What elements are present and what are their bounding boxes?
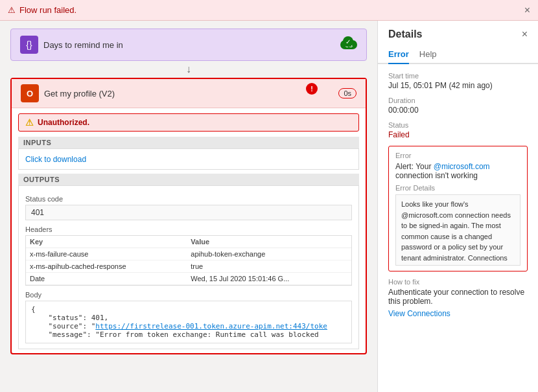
status-value: Failed [388,130,528,139]
unauthorized-label: Unauthorized. [38,118,89,127]
top-bar-message: Flow run failed. [19,5,76,15]
inputs-section: INPUTS Click to download [18,137,359,170]
header-value-cell: Wed, 15 Jul 2020 15:01:46 G... [187,273,351,285]
inputs-title: INPUTS [18,137,359,148]
body-line-1: { [31,305,346,314]
outputs-body: Status code 401 Headers Key Value [18,185,359,349]
body-line-4: "message": "Error from token exchange: R… [31,330,346,339]
office-icon-symbol: O [27,89,33,98]
body-source-link[interactable]: https://firstrelease-001.token.azure-api… [95,322,327,330]
error-details-title: Error Details [395,184,520,192]
body-line-2: "status": 401, [31,314,346,322]
headers-col-key: Key [26,236,187,248]
outputs-title: OUTPUTS [18,174,359,185]
main-content: {} Days to remind me in ✓ 0s ↓ O Get my … [0,21,538,392]
status-code-label: Status code [25,195,352,203]
header-key-cell: x-ms-apihub-cached-response [26,260,187,273]
table-row: x-ms-failure-causeapihub-token-exchange [26,248,351,260]
headers-scroll[interactable]: Key Value x-ms-failure-causeapihub-token… [25,235,352,286]
step-profile[interactable]: O Get my profile (V2) ! 0s ⚠ Unauthorize… [10,78,367,354]
top-bar-message-area: ⚠ Flow run failed. [8,5,76,15]
duration-value: 00:00:00 [388,106,528,115]
header-key-cell: x-ms-failure-cause [26,248,187,260]
step-remind-left: {} Days to remind me in [20,36,123,54]
step-profile-header: O Get my profile (V2) ! 0s [12,79,366,108]
step-profile-duration: 0s [338,88,357,98]
right-panel-header: Details × [378,21,538,45]
error-alert: Alert: Your @microsoft.com connection is… [395,162,520,180]
how-to-fix-label: How to fix [388,278,528,286]
error-badge: ! [306,83,318,95]
headers-label: Headers [25,225,352,233]
status-code-value: 401 [25,205,352,220]
status-label: Status [388,121,528,129]
table-row: DateWed, 15 Jul 2020 15:01:46 G... [26,273,351,285]
tab-help[interactable]: Help [419,45,437,64]
step-remind-icon: {} [20,36,38,54]
start-time-value: Jul 15, 05:01 PM (42 min ago) [388,81,528,90]
step-remind-label: Days to remind me in [43,40,123,50]
error-section-title: Error [395,152,520,159]
header-value-cell: true [187,260,351,273]
error-alert-text: Alert: Your [395,162,431,171]
error-alert-suffix: connection isn't working [395,171,478,180]
step-profile-header-left: O Get my profile (V2) [21,84,115,102]
body-line-3: "source": "https://firstrelease-001.toke… [31,322,346,330]
duration-label: Duration [388,97,528,104]
how-to-fix-text: Authenticate your connection to resolve … [388,288,528,306]
tabs: Error Help [378,45,538,64]
top-bar: ⚠ Flow run failed. × [0,0,538,21]
unauthorized-bar: ⚠ Unauthorized. [18,113,359,132]
status-row: Status Failed [388,121,528,139]
connector-arrow: ↓ [10,63,367,75]
start-time-row: Start time Jul 15, 05:01 PM (42 min ago) [388,72,528,90]
details-content: Start time Jul 15, 05:01 PM (42 min ago)… [378,64,538,392]
error-icon: ⚠ [8,5,16,15]
error-details-box[interactable]: Looks like your flow's @microsoft.com co… [395,194,520,266]
inputs-body: Click to download [18,148,359,170]
header-key-cell: Date [26,273,187,285]
right-panel-title: Details [388,29,422,40]
body-content[interactable]: { "status": 401, "source": "https://firs… [25,301,352,343]
start-time-label: Start time [388,72,528,80]
left-panel: {} Days to remind me in ✓ 0s ↓ O Get my … [0,21,377,392]
tab-error[interactable]: Error [388,45,409,64]
error-section: Error Alert: Your @microsoft.com connect… [388,146,528,271]
header-value-cell: apihub-token-exchange [187,248,351,260]
click-download-link[interactable]: Click to download [25,155,86,164]
table-row: x-ms-apihub-cached-responsetrue [26,260,351,273]
right-panel: Details × Error Help Start time Jul 15, … [377,21,538,392]
how-to-fix-section: How to fix Authenticate your connection … [388,278,528,318]
body-label: Body [25,291,352,299]
success-badge: ✓ [343,36,353,47]
top-bar-close-button[interactable]: × [524,5,530,16]
office-icon: O [21,84,39,102]
headers-table: Key Value x-ms-failure-causeapihub-token… [26,236,351,285]
remind-icon-symbol: {} [26,40,32,50]
duration-row: Duration 00:00:00 [388,97,528,115]
right-panel-close-button[interactable]: × [522,29,528,40]
view-connections-link[interactable]: View Connections [388,309,450,318]
error-email: @microsoft.com [434,162,490,171]
outputs-section: OUTPUTS Status code 401 Headers Key Valu… [18,174,359,349]
headers-col-value: Value [187,236,351,248]
step-remind[interactable]: {} Days to remind me in ✓ 0s [10,29,367,61]
warn-icon: ⚠ [25,117,34,128]
step-profile-label: Get my profile (V2) [44,89,115,98]
